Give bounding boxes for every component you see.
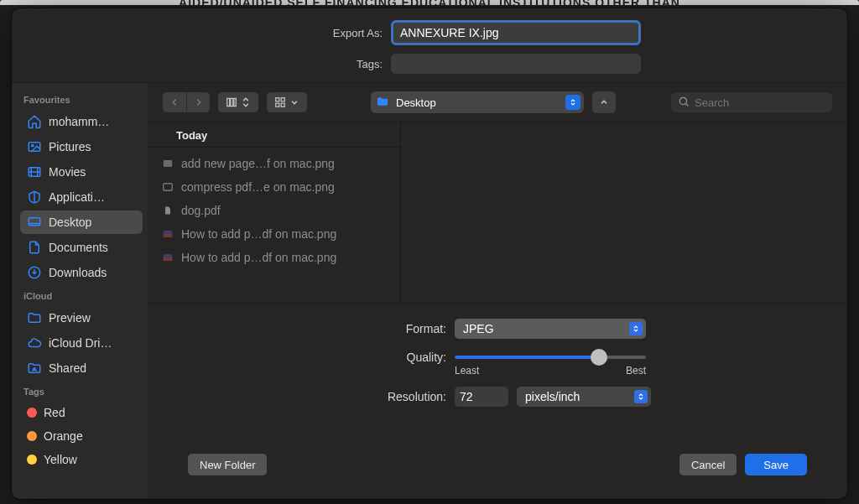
sidebar-item-label: Documents xyxy=(49,241,108,254)
svg-rect-3 xyxy=(29,218,40,226)
documents-icon xyxy=(27,240,42,255)
new-folder-button[interactable]: New Folder xyxy=(188,454,267,475)
svg-point-1 xyxy=(32,144,34,146)
sidebar-item-shared[interactable]: Shared xyxy=(20,356,143,380)
collapse-toggle-button[interactable] xyxy=(592,91,616,113)
location-label: Desktop xyxy=(396,96,436,109)
sidebar-item-label: Downloads xyxy=(49,266,107,279)
sidebar-heading-tags: Tags xyxy=(20,382,143,400)
resolution-input[interactable] xyxy=(455,387,508,407)
sidebar-item-label: Shared xyxy=(49,361,86,375)
svg-rect-11 xyxy=(275,103,279,107)
cancel-button[interactable]: Cancel xyxy=(679,454,737,475)
search-input[interactable] xyxy=(695,96,825,109)
desktop-icon xyxy=(27,215,42,230)
select-arrows-icon xyxy=(565,95,580,110)
format-value: JPEG xyxy=(463,322,494,335)
svg-rect-6 xyxy=(226,98,229,106)
shared-folder-icon xyxy=(27,361,42,376)
grouping-button[interactable] xyxy=(267,92,307,112)
svg-rect-19 xyxy=(164,257,173,261)
image-file-icon xyxy=(161,157,174,170)
file-name: How to add p…df on mac.png xyxy=(181,227,336,241)
file-list: add new page…f on mac.png compress pdf…e… xyxy=(148,148,400,273)
tags-row: Tags: xyxy=(30,54,829,74)
search-field[interactable] xyxy=(671,92,832,112)
file-column: Today add new page…f on mac.png compress… xyxy=(148,122,401,303)
content-area: Desktop Today add new xyxy=(148,83,847,499)
sidebar-item-downloads[interactable]: Downloads xyxy=(20,261,143,284)
quality-row: Quality: Least Best xyxy=(171,349,824,377)
file-name: dog.pdf xyxy=(181,204,221,217)
dialog-body: Favourites mohamm… Pictures Movies Appli… xyxy=(12,82,847,499)
select-arrows-icon xyxy=(634,390,648,403)
sidebar-item-label: iCloud Dri… xyxy=(49,336,112,350)
export-header: Export As: Tags: xyxy=(12,8,847,82)
nav-forward-button[interactable] xyxy=(186,92,210,112)
resolution-units-value: pixels/inch xyxy=(525,390,580,403)
tags-label: Tags: xyxy=(30,58,383,70)
format-row: Format: JPEG xyxy=(171,319,824,339)
file-row[interactable]: add new page…f on mac.png xyxy=(154,153,393,174)
sidebar-item-label: Desktop xyxy=(49,216,91,229)
image-file-icon xyxy=(161,227,174,241)
quality-control: Least Best xyxy=(455,349,646,377)
svg-rect-17 xyxy=(164,233,173,237)
export-as-row: Export As: xyxy=(30,20,829,45)
quality-slider[interactable] xyxy=(455,356,646,359)
file-row[interactable]: How to add p…df on mac.png xyxy=(154,223,393,245)
file-name: compress pdf…e on mac.png xyxy=(181,180,335,194)
sidebar-item-home[interactable]: mohamm… xyxy=(20,110,143,133)
svg-rect-8 xyxy=(233,98,235,106)
view-mode-button[interactable] xyxy=(218,92,258,112)
pictures-icon xyxy=(27,139,42,154)
dialog-footer: New Folder Cancel Save xyxy=(171,442,824,491)
sidebar-tag-yellow[interactable]: Yellow xyxy=(20,449,143,470)
format-select[interactable]: JPEG xyxy=(455,319,646,339)
svg-rect-14 xyxy=(164,160,173,167)
sidebar-item-desktop[interactable]: Desktop xyxy=(20,210,143,234)
file-columns: Today add new page…f on mac.png compress… xyxy=(148,122,847,304)
save-button[interactable]: Save xyxy=(745,454,807,475)
sidebar-item-applications[interactable]: Applicati… xyxy=(20,185,143,209)
sidebar-item-label: Pictures xyxy=(49,140,91,153)
location-select[interactable]: Desktop xyxy=(371,91,584,113)
file-row[interactable]: How to add p…df on mac.png xyxy=(154,247,393,268)
file-name: How to add p…df on mac.png xyxy=(181,251,336,264)
nav-back-forward xyxy=(163,92,210,112)
sidebar-item-movies[interactable]: Movies xyxy=(20,160,143,184)
search-icon xyxy=(678,96,690,110)
image-file-icon xyxy=(161,251,174,264)
tag-dot-yellow xyxy=(27,455,37,465)
sidebar-heading-icloud: iCloud xyxy=(20,286,143,304)
file-name: add new page…f on mac.png xyxy=(181,157,335,170)
sidebar-item-label: Applicati… xyxy=(49,190,105,204)
export-dialog: Export As: Tags: Favourites mohamm… Pict… xyxy=(12,8,847,499)
sidebar-item-preview[interactable]: Preview xyxy=(20,306,143,330)
tags-input[interactable] xyxy=(391,54,641,74)
quality-best-label: Best xyxy=(626,365,646,377)
format-label: Format: xyxy=(171,322,446,335)
sidebar-item-label: Movies xyxy=(49,165,86,179)
nav-back-button[interactable] xyxy=(163,92,186,112)
sidebar-item-documents[interactable]: Documents xyxy=(20,236,143,259)
sidebar-heading-favourites: Favourites xyxy=(20,90,143,108)
sidebar-tag-label: Yellow xyxy=(44,453,77,466)
svg-rect-12 xyxy=(281,103,284,107)
sidebar-tag-orange[interactable]: Orange xyxy=(20,425,143,447)
export-filename-input[interactable] xyxy=(391,20,641,45)
sidebar-item-icloud-drive[interactable]: iCloud Dri… xyxy=(20,331,143,355)
tag-dot-red xyxy=(27,408,37,418)
movies-icon xyxy=(27,164,42,179)
sidebar-tag-label: Red xyxy=(44,406,65,419)
applications-icon xyxy=(27,190,42,205)
resolution-units-select[interactable]: pixels/inch xyxy=(517,387,651,407)
export-as-label: Export As: xyxy=(30,27,383,39)
svg-rect-10 xyxy=(281,98,284,101)
file-row[interactable]: compress pdf…e on mac.png xyxy=(154,176,393,198)
file-group-header: Today xyxy=(148,122,400,148)
sidebar-item-pictures[interactable]: Pictures xyxy=(20,135,143,158)
file-row[interactable]: dog.pdf xyxy=(154,200,393,221)
home-icon xyxy=(27,114,42,129)
sidebar-tag-red[interactable]: Red xyxy=(20,402,143,423)
